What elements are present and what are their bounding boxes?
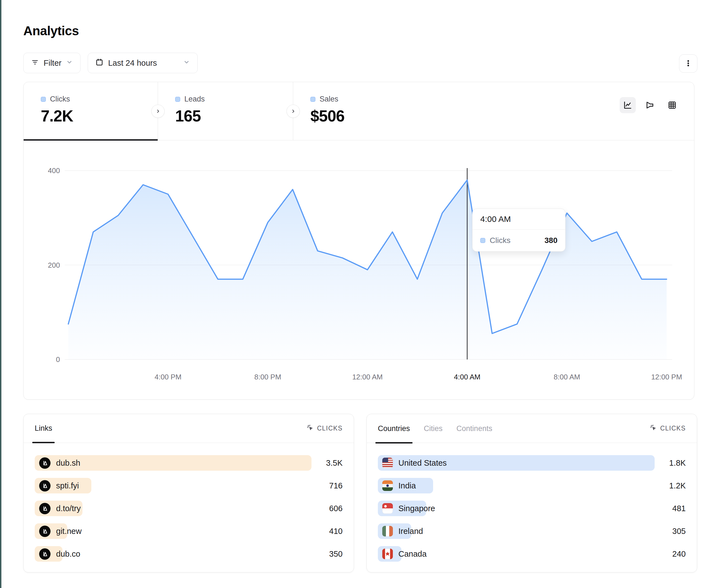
page-title: Analytics [23,23,79,38]
svg-text:400: 400 [48,166,60,175]
stat-value: 165 [175,107,293,125]
country-clicks-value: 481 [655,504,686,513]
svg-text:12:00 AM: 12:00 AM [352,373,383,381]
more-options-button[interactable] [679,54,697,73]
country-row[interactable]: Ireland 305 [378,523,686,539]
stat-label: Clicks [50,95,70,104]
svg-text:0: 0 [56,355,60,364]
tab-cities[interactable]: Cities [424,414,443,443]
dub-logo-icon [39,457,50,469]
links-metric-header[interactable]: CLICKS [306,424,343,433]
stat-label: Sales [320,95,339,104]
stats-tabs: Clicks 7.2K Leads 165 Sales $506 [24,82,694,140]
countries-panel: CountriesCitiesContinents CLICKS United … [366,414,697,572]
filter-icon [31,58,39,68]
link-label: spti.fyi [56,481,79,490]
country-row[interactable]: Canada 240 [378,546,686,562]
chart-canvas: 02004004:00 PM8:00 PM12:00 AM4:00 AM8:00… [24,140,694,400]
expand-leads-button[interactable] [286,105,300,118]
country-flag-icon [382,458,393,468]
link-clicks-value: 350 [311,549,343,559]
tab-continents[interactable]: Continents [456,414,492,443]
stat-label: Leads [184,95,205,104]
country-label: Canada [398,549,427,559]
cursor-click-icon [306,424,314,433]
date-range-label: Last 24 hours [108,59,157,68]
stat-tab-clicks[interactable]: Clicks 7.2K [24,82,158,140]
link-label: dub.co [56,549,80,559]
link-row[interactable]: git.new 410 [35,523,343,539]
countries-metric-header[interactable]: CLICKS [649,424,686,433]
country-flag-icon [382,526,393,537]
link-clicks-value: 716 [311,481,343,490]
tooltip-time: 4:00 AM [473,209,565,230]
tab-countries[interactable]: Countries [378,414,410,443]
dub-logo-icon [39,548,50,560]
stat-value: 7.2K [41,107,158,125]
link-row[interactable]: spti.fyi 716 [35,478,343,493]
countries-panel-header: CountriesCitiesContinents CLICKS [367,414,697,443]
metric-label: CLICKS [317,425,343,432]
filter-button-label: Filter [44,59,61,68]
links-panel: Links CLICKS dub.sh 3.5K [23,414,354,572]
left-edge-strip [0,0,1,588]
line-chart-view-button[interactable] [620,97,636,113]
tooltip-value: 380 [544,236,558,245]
stat-tab-leads[interactable]: Leads 165 [158,82,293,140]
svg-text:4:00 AM: 4:00 AM [454,373,480,381]
svg-text:200: 200 [48,261,60,269]
link-clicks-value: 606 [311,504,343,513]
dub-logo-icon [39,503,50,514]
tooltip-series-label: Clicks [490,236,511,245]
table-view-button[interactable] [664,97,680,113]
filter-button[interactable]: Filter [23,53,81,73]
metric-label: CLICKS [660,425,686,432]
link-row[interactable]: dub.co 350 [35,546,343,562]
tab-links[interactable]: Links [35,414,52,443]
chart-tooltip: 4:00 AM Clicks 380 [472,208,565,252]
calendar-icon [95,58,104,68]
country-label: Ireland [398,527,423,536]
country-label: India [398,481,416,490]
country-flag-icon [382,503,393,514]
country-row[interactable]: United States 1.8K [378,455,686,471]
links-list: dub.sh 3.5K spti.fyi 716 d.to/try [24,443,354,562]
country-row[interactable]: India 1.2K [378,478,686,493]
link-clicks-value: 410 [311,527,343,536]
leads-legend-square [175,97,180,102]
sales-legend-square [310,97,316,102]
countries-list: United States 1.8K India 1.2K Singapore … [367,443,697,562]
kebab-menu-icon [684,59,692,68]
dub-logo-icon [39,480,50,492]
link-row[interactable]: dub.sh 3.5K [35,455,343,471]
svg-text:8:00 PM: 8:00 PM [254,373,281,381]
chart-view-switcher [620,97,680,113]
chevron-down-icon [183,59,190,68]
svg-text:4:00 PM: 4:00 PM [155,373,181,381]
links-panel-header: Links CLICKS [24,414,354,443]
funnel-view-button[interactable] [642,97,658,113]
country-flag-icon [382,480,393,491]
clicks-area-chart[interactable]: 02004004:00 PM8:00 PM12:00 AM4:00 AM8:00… [24,140,694,400]
country-clicks-value: 1.8K [655,458,686,468]
country-clicks-value: 240 [655,549,686,559]
chevron-down-icon [66,59,73,68]
tooltip-legend-square [480,238,485,243]
country-label: United States [398,458,447,468]
country-clicks-value: 305 [655,527,686,536]
expand-clicks-button[interactable] [151,105,165,118]
analytics-page: Analytics Filter Last 24 hours [0,0,711,588]
analytics-card: Clicks 7.2K Leads 165 Sales $506 [23,82,694,400]
date-range-button[interactable]: Last 24 hours [88,53,198,73]
svg-text:12:00 PM: 12:00 PM [651,373,682,381]
link-clicks-value: 3.5K [311,458,343,468]
geo-tabs: CountriesCitiesContinents [378,414,506,443]
link-label: d.to/try [56,504,81,513]
clicks-legend-square [41,97,46,102]
link-label: dub.sh [56,458,80,468]
country-row[interactable]: Singapore 481 [378,501,686,516]
country-clicks-value: 1.2K [655,481,686,490]
svg-text:8:00 AM: 8:00 AM [554,373,580,381]
dub-logo-icon [39,526,50,537]
link-row[interactable]: d.to/try 606 [35,501,343,516]
